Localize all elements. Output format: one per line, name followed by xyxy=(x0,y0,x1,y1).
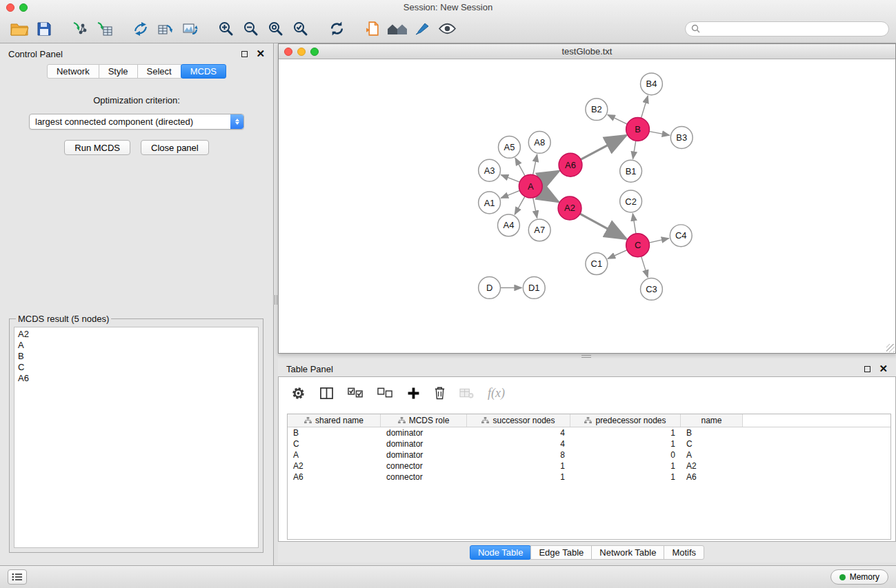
graph-node-C[interactable]: C xyxy=(626,234,650,257)
column-header-mcds-role[interactable]: MCDS role xyxy=(381,414,467,427)
column-manager-button[interactable] xyxy=(319,387,334,400)
zoom-selected-button[interactable] xyxy=(288,18,313,40)
import-table-button[interactable] xyxy=(92,18,117,40)
import-network-button[interactable] xyxy=(68,18,92,40)
graph-node-A8[interactable]: A8 xyxy=(528,132,550,154)
graph-node-C4[interactable]: C4 xyxy=(670,225,692,247)
table-row[interactable]: Bdominator41B xyxy=(288,427,890,438)
window-resize-grip[interactable] xyxy=(886,344,895,352)
graph-node-A2[interactable]: A2 xyxy=(558,196,581,220)
open-file-button[interactable] xyxy=(7,18,32,40)
graph-edge-C-C1[interactable] xyxy=(608,250,627,259)
search-input[interactable] xyxy=(704,23,883,34)
result-item[interactable]: A xyxy=(18,340,255,351)
tab-style[interactable]: Style xyxy=(99,64,138,79)
tab-motifs[interactable]: Motifs xyxy=(664,545,704,560)
optimization-criterion-select[interactable]: largest connected component (directed) xyxy=(29,114,244,130)
tab-mcds[interactable]: MCDS xyxy=(181,64,226,79)
graph-node-C2[interactable]: C2 xyxy=(620,190,642,212)
export-image-button[interactable] xyxy=(178,18,203,40)
graph-edge-A-A2[interactable] xyxy=(541,192,558,201)
graph-edge-A-A8[interactable] xyxy=(533,154,537,175)
zoom-out-button[interactable] xyxy=(239,18,263,40)
column-header-shared-name[interactable]: shared name xyxy=(288,414,381,427)
home-views-button[interactable] xyxy=(385,18,410,40)
zoom-in-button[interactable] xyxy=(214,18,239,40)
column-header-successor-nodes[interactable]: successor nodes xyxy=(467,414,570,427)
result-item[interactable]: B xyxy=(18,351,255,362)
refresh-layout-button[interactable] xyxy=(324,18,349,40)
close-panel-icon[interactable]: ✕ xyxy=(256,50,265,57)
network-minimize-light[interactable] xyxy=(297,48,306,56)
graph-edge-A2-C[interactable] xyxy=(580,214,626,239)
deselect-all-button[interactable] xyxy=(377,387,393,398)
open-session-doc-button[interactable] xyxy=(360,18,385,40)
run-mcds-button[interactable]: Run MCDS xyxy=(64,140,130,155)
graph-edge-A-A4[interactable] xyxy=(515,196,525,214)
tab-network-table[interactable]: Network Table xyxy=(591,545,664,560)
table-settings-button[interactable] xyxy=(291,386,306,401)
graph-edge-C-C4[interactable] xyxy=(649,239,669,243)
float-table-panel-icon[interactable] xyxy=(864,366,870,372)
graph-node-A[interactable]: A xyxy=(519,174,542,198)
graph-edge-B-B1[interactable] xyxy=(633,141,635,159)
network-zoom-light[interactable] xyxy=(310,48,319,56)
zoom-window-light[interactable] xyxy=(19,3,28,12)
graph-edge-A-A6[interactable] xyxy=(541,171,559,181)
graph-node-B3[interactable]: B3 xyxy=(670,127,693,149)
table-row[interactable]: Cdominator41C xyxy=(288,438,890,449)
column-header-predecessor-nodes[interactable]: predecessor nodes xyxy=(570,414,681,427)
export-table-button[interactable] xyxy=(153,18,178,40)
tab-network[interactable]: Network xyxy=(47,64,99,79)
add-row-button[interactable] xyxy=(407,387,420,400)
result-item[interactable]: A6 xyxy=(18,373,255,384)
show-hide-button[interactable] xyxy=(435,18,459,40)
task-history-button[interactable] xyxy=(8,569,27,585)
close-panel-button[interactable]: Close panel xyxy=(141,140,209,155)
graph-edge-A-A7[interactable] xyxy=(533,198,537,219)
graph-node-A7[interactable]: A7 xyxy=(528,219,550,241)
close-window-light[interactable] xyxy=(6,3,14,12)
zoom-fit-button[interactable] xyxy=(263,18,288,40)
vertical-splitter-grip[interactable] xyxy=(275,295,277,305)
close-table-panel-icon[interactable]: ✕ xyxy=(879,365,888,372)
tab-node-table[interactable]: Node Table xyxy=(470,545,532,560)
save-session-button[interactable] xyxy=(32,18,57,40)
result-item[interactable]: C xyxy=(18,362,255,373)
column-header-name[interactable]: name xyxy=(681,414,743,427)
memory-button[interactable]: Memory xyxy=(830,569,888,585)
table-row[interactable]: A2connector11A2 xyxy=(288,460,890,472)
graph-edge-A6-B[interactable] xyxy=(581,135,626,159)
graph-node-B2[interactable]: B2 xyxy=(586,99,608,121)
network-canvas[interactable]: B4B2BB3A5A8A6B1A3AC2A1A2A4A7C4CC1C3DD1 xyxy=(279,60,895,353)
select-all-button[interactable] xyxy=(348,387,364,398)
graph-node-B1[interactable]: B1 xyxy=(620,160,642,182)
graph-node-A3[interactable]: A3 xyxy=(479,159,501,181)
graph-node-D[interactable]: D xyxy=(479,277,501,299)
float-panel-icon[interactable] xyxy=(241,51,248,57)
graph-edge-A-A5[interactable] xyxy=(515,158,525,176)
table-row[interactable]: A6connector11A6 xyxy=(288,472,890,483)
paint-style-button[interactable] xyxy=(410,18,435,40)
graph-node-A1[interactable]: A1 xyxy=(479,192,501,214)
table-row[interactable]: Adominator80A xyxy=(288,449,890,460)
graph-node-C3[interactable]: C3 xyxy=(641,278,663,301)
graph-node-B4[interactable]: B4 xyxy=(641,73,663,95)
graph-node-C1[interactable]: C1 xyxy=(586,253,608,275)
network-close-light[interactable] xyxy=(284,48,292,56)
tab-select[interactable]: Select xyxy=(137,64,181,79)
graph-edge-A-A1[interactable] xyxy=(501,190,519,198)
graph-node-D1[interactable]: D1 xyxy=(523,277,545,299)
result-item[interactable]: A2 xyxy=(18,329,255,340)
graph-edge-B-B3[interactable] xyxy=(649,132,669,136)
graph-node-A4[interactable]: A4 xyxy=(498,214,520,236)
tab-edge-table[interactable]: Edge Table xyxy=(530,545,592,560)
graph-edge-C-C2[interactable] xyxy=(633,214,636,234)
graph-node-A6[interactable]: A6 xyxy=(559,153,582,176)
graph-node-A5[interactable]: A5 xyxy=(499,136,521,158)
delete-row-button[interactable] xyxy=(434,386,446,400)
graph-edge-B-B2[interactable] xyxy=(608,114,627,124)
graph-edge-B-B4[interactable] xyxy=(641,96,648,118)
graph-node-B[interactable]: B xyxy=(626,118,650,141)
horizontal-splitter-grip[interactable] xyxy=(581,355,591,358)
